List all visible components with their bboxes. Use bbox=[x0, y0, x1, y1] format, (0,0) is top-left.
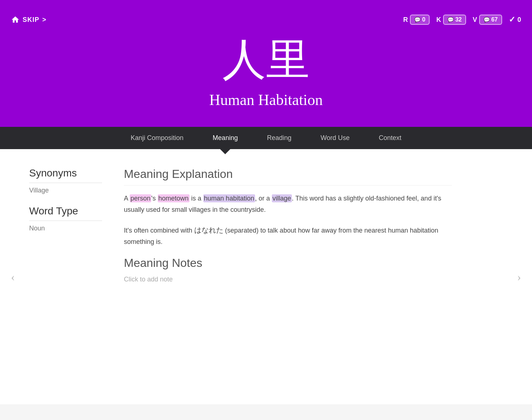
home-icon bbox=[11, 15, 20, 24]
k-stat: K 💬 32 bbox=[436, 15, 466, 25]
v-label: V bbox=[473, 16, 477, 24]
highlight-human-habitation: human habitation bbox=[203, 194, 255, 202]
prev-arrow[interactable]: ‹ bbox=[7, 267, 19, 287]
v-chat-icon: 💬 bbox=[484, 17, 490, 23]
tab-word-use[interactable]: Word Use bbox=[306, 127, 364, 149]
notes-title: Meaning Notes bbox=[124, 256, 452, 270]
synonym-value: Village bbox=[29, 187, 102, 194]
skip-label: SKIP bbox=[23, 16, 39, 24]
check-stat: ✓ 0 bbox=[509, 15, 521, 24]
k-count: 32 bbox=[455, 16, 462, 23]
kanji-display: 人里 bbox=[7, 36, 525, 84]
explanation-paragraph2: It's often combined with はなれた (separated… bbox=[124, 224, 452, 248]
r-count: 0 bbox=[422, 16, 425, 23]
notes-placeholder[interactable]: Click to add note bbox=[124, 276, 452, 283]
explanation-paragraph1: A person's hometown is a human habitatio… bbox=[124, 193, 452, 215]
japanese-inline: はなれた bbox=[194, 226, 223, 234]
sidebar: Synonyms Village Word Type Noun bbox=[29, 167, 102, 386]
highlight-village: village bbox=[272, 194, 292, 202]
nav-tabs: Kanji Composition Meaning Reading Word U… bbox=[0, 127, 532, 149]
top-bar: SKIP > R 💬 0 K 💬 32 V 💬 bbox=[7, 15, 525, 25]
plain-apostrophe: 's bbox=[151, 195, 157, 202]
r-badge: 💬 0 bbox=[410, 15, 430, 25]
skip-arrow: > bbox=[42, 16, 47, 24]
r-label: R bbox=[403, 16, 408, 24]
highlight-person: person bbox=[130, 194, 151, 202]
v-stat: V 💬 67 bbox=[473, 15, 502, 25]
k-label: K bbox=[436, 16, 441, 24]
v-badge: 💬 67 bbox=[479, 15, 502, 25]
hero-section: SKIP > R 💬 0 K 💬 32 V 💬 bbox=[0, 0, 532, 127]
stats-row: R 💬 0 K 💬 32 V 💬 67 bbox=[403, 15, 521, 25]
k-badge: 💬 32 bbox=[443, 15, 466, 25]
word-type-value: Noun bbox=[29, 225, 102, 232]
plain-is-a: is a bbox=[189, 195, 203, 202]
main-content: ‹ Synonyms Village Word Type Noun Meanin… bbox=[0, 149, 532, 404]
tab-context[interactable]: Context bbox=[364, 127, 416, 149]
next-arrow[interactable]: › bbox=[513, 267, 525, 287]
r-stat: R 💬 0 bbox=[403, 15, 430, 25]
tab-reading[interactable]: Reading bbox=[253, 127, 306, 149]
skip-button[interactable]: SKIP > bbox=[11, 15, 47, 24]
word-type-title: Word Type bbox=[29, 205, 102, 221]
tab-kanji-composition[interactable]: Kanji Composition bbox=[116, 127, 198, 149]
r-chat-icon: 💬 bbox=[414, 17, 420, 23]
plain-or-a: , or a bbox=[255, 195, 272, 202]
check-count: 0 bbox=[517, 16, 521, 24]
highlight-hometown: hometown bbox=[158, 194, 189, 202]
synonyms-title: Synonyms bbox=[29, 167, 102, 183]
check-icon: ✓ bbox=[509, 15, 515, 24]
plain-start: A bbox=[124, 195, 130, 202]
explanation-title: Meaning Explanation bbox=[124, 167, 452, 186]
article: Meaning Explanation A person's hometown … bbox=[124, 167, 452, 386]
k-chat-icon: 💬 bbox=[447, 17, 454, 23]
v-count: 67 bbox=[491, 16, 498, 23]
word-title: Human Habitation bbox=[7, 91, 525, 109]
tab-meaning[interactable]: Meaning bbox=[198, 127, 253, 149]
